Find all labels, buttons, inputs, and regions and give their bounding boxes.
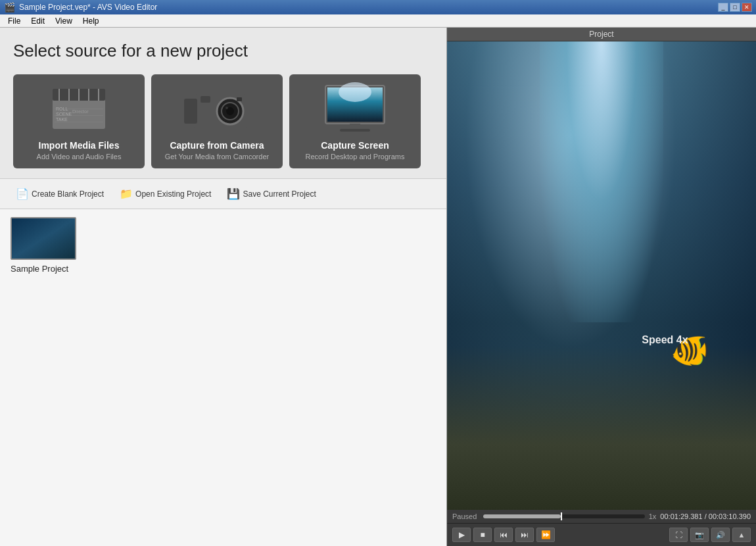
capture-screen-icon-area [316,82,394,135]
import-media-option[interactable]: ROLL SCENE TAKE Director Import Media Fi… [13,74,145,168]
menu-file[interactable]: File [3,16,26,26]
speed-overlay-text: Speed 4x [642,334,688,346]
window-controls: _ □ ✕ [718,3,752,12]
source-title: Select source for a new project [13,41,433,61]
svg-rect-20 [201,96,210,103]
open-existing-project-button[interactable]: 📁 Open Existing Project [114,186,216,202]
svg-rect-21 [237,97,242,101]
menu-help[interactable]: Help [78,16,105,26]
play-button[interactable]: ▶ [452,528,471,542]
skip-end-button[interactable]: ⏭ [515,528,534,542]
preview-video-area: 🐠 Speed 4x [447,41,756,510]
source-selection-area: Select source for a new project [0,28,446,179]
create-blank-label: Create Blank Project [32,189,104,199]
create-blank-icon: 📄 [16,187,29,200]
capture-camera-label: Capture from Camera [170,140,264,151]
save-current-project-button[interactable]: 💾 Save Current Project [222,186,321,202]
import-media-label: Import Media Files [39,140,120,151]
capture-screen-label: Capture Screen [321,140,389,151]
preview-panel-title: Project [447,28,756,41]
import-media-icon-area: ROLL SCENE TAKE Director [39,82,118,135]
close-button[interactable]: ✕ [742,3,752,12]
playback-controls: ▶ ■ ⏮ ⏭ ⏩ ⛶ 📷 🔊 ▲ [447,523,756,546]
speed-badge: 1x [649,512,657,520]
import-media-sublabel: Add Video and Audio Files [37,153,122,161]
svg-rect-25 [350,124,360,129]
frame-advance-button[interactable]: ⏩ [536,528,555,542]
minimize-button[interactable]: _ [718,3,728,12]
maximize-button[interactable]: □ [730,3,740,12]
project-name: Sample Project [11,264,76,274]
progress-fill [483,514,561,518]
svg-text:Director: Director [72,109,89,114]
capture-camera-option[interactable]: Capture from Camera Get Your Media from … [151,74,283,168]
create-blank-project-button[interactable]: 📄 Create Blank Project [11,186,109,202]
window-title: Sample Project.vep* - AVS Video Editor [19,3,718,12]
save-current-icon: 💾 [227,187,240,200]
skip-start-button[interactable]: ⏮ [494,528,513,542]
playback-status: Paused [452,512,477,520]
camera-icon [181,84,253,134]
snapshot-button[interactable]: 📷 [690,528,709,542]
capture-screen-option[interactable]: Capture Screen Record Desktop and Progra… [289,74,421,168]
sample-project-thumb[interactable]: Sample Project [11,217,76,274]
svg-rect-15 [184,99,197,124]
preview-video-frame: 🐠 Speed 4x [447,41,756,510]
progress-indicator [561,512,562,520]
capture-camera-icon-area [177,82,256,135]
open-existing-icon: 📁 [120,187,133,200]
more-options-button[interactable]: ▲ [732,528,751,542]
source-options: ROLL SCENE TAKE Director Import Media Fi… [13,74,433,168]
audio-settings-button[interactable]: 🔊 [711,528,730,542]
svg-point-24 [339,82,371,102]
project-thumbnail [11,217,76,260]
preview-controls-bar: Paused 1x 00:01:29.381 / 00:03:10.390 [447,510,756,523]
save-current-label: Save Current Project [243,189,316,199]
progress-bar[interactable] [483,514,644,518]
stop-button[interactable]: ■ [473,528,492,542]
menubar: File Edit View Help [0,14,756,28]
capture-screen-sublabel: Record Desktop and Programs [305,153,404,161]
open-existing-label: Open Existing Project [135,189,211,199]
recent-projects-area: Sample Project [0,209,446,546]
app-icon: 🎬 [4,2,15,12]
svg-rect-12 [55,122,103,122]
clapper-icon: ROLL SCENE TAKE Director [49,86,108,132]
capture-camera-sublabel: Get Your Media from Camcorder [165,153,269,161]
svg-rect-26 [340,129,370,132]
titlebar: 🎬 Sample Project.vep* - AVS Video Editor… [0,0,756,14]
svg-point-19 [225,107,228,109]
svg-text:TAKE: TAKE [56,117,68,122]
menu-view[interactable]: View [50,16,78,26]
time-display: 00:01:29.381 / 00:03:10.390 [660,512,751,520]
fullscreen-button[interactable]: ⛶ [669,528,688,542]
menu-edit[interactable]: Edit [26,16,50,26]
svg-rect-11 [55,115,103,116]
project-actions-bar: 📄 Create Blank Project 📁 Open Existing P… [0,179,446,209]
monitor-icon [319,82,391,135]
